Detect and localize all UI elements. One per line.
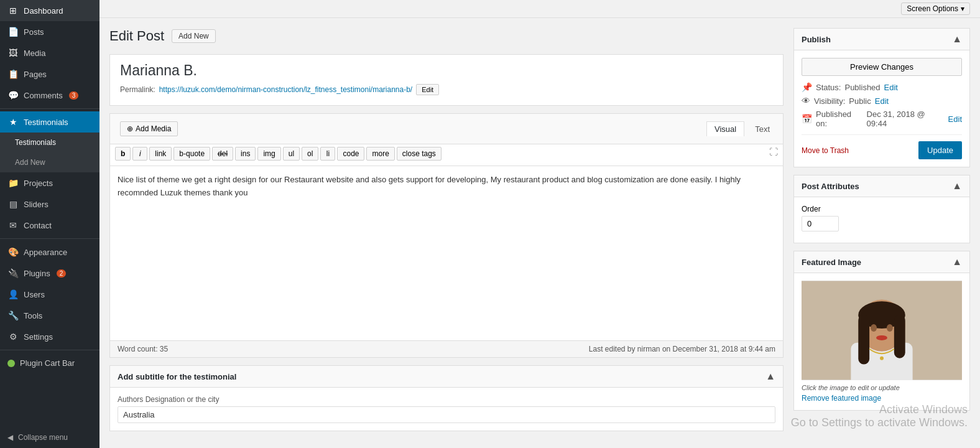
order-input[interactable]: [802, 216, 839, 231]
formatting-toolbar: b i link b-quote del ins img ul ol li co…: [110, 144, 783, 166]
sidebar-sub-item-testimonials[interactable]: Testimonials: [0, 133, 99, 152]
sidebar: ⊞ Dashboard 📄 Posts 🖼 Media 📋 Pages 💬 Co…: [0, 0, 99, 448]
fmt-ul[interactable]: ul: [283, 147, 300, 161]
published-edit-link[interactable]: Edit: [948, 114, 962, 124]
contact-icon: ✉: [7, 220, 19, 230]
post-attributes-toggle-icon[interactable]: ▲: [952, 180, 962, 192]
status-label: Status:: [816, 83, 841, 92]
publish-actions: Move to Trash Update: [802, 134, 962, 159]
main-area: Screen Options ▾ Edit Post Add New Perma…: [99, 0, 980, 448]
screen-options-button[interactable]: Screen Options ▾: [901, 2, 970, 15]
post-title-input[interactable]: [120, 62, 773, 79]
fmt-li[interactable]: li: [320, 147, 335, 161]
featured-image-toggle-icon[interactable]: ▲: [952, 256, 962, 268]
last-edited: Last edited by nirman on December 31, 20…: [589, 345, 775, 353]
meta-field-label: Authors Designation or the city: [118, 395, 775, 404]
add-new-button[interactable]: Add New: [172, 29, 216, 43]
fmt-bquote[interactable]: b-quote: [173, 147, 210, 161]
topbar: Screen Options ▾: [99, 0, 980, 18]
expand-icon[interactable]: ⛶: [769, 147, 778, 161]
dashboard-icon: ⊞: [7, 6, 19, 16]
sidebar-item-tools[interactable]: 🔧 Tools: [0, 305, 99, 326]
tab-visual[interactable]: Visual: [706, 121, 744, 136]
featured-image-content: Click the image to edit or update Remove…: [794, 273, 969, 410]
fmt-del[interactable]: del: [212, 147, 233, 161]
sidebar-item-testimonials[interactable]: ★ Testimonials: [0, 111, 99, 133]
sub-add-new-label: Add New: [15, 158, 45, 167]
svg-point-10: [880, 357, 884, 360]
sidebar-item-projects[interactable]: 📁 Projects: [0, 172, 99, 194]
screen-options-chevron-icon: ▾: [961, 4, 964, 13]
publish-panel-toggle-icon[interactable]: ▲: [952, 34, 962, 45]
fmt-ol[interactable]: ol: [302, 147, 318, 161]
visibility-row: 👁 Visibility: Public Edit: [802, 96, 962, 106]
comments-badge: 3: [69, 91, 79, 100]
permalink-edit-button[interactable]: Edit: [416, 84, 439, 95]
published-on-row: 📅 Published on: Dec 31, 2018 @ 09:44 Edi…: [802, 110, 962, 128]
sidebar-item-label: Contact: [24, 221, 52, 230]
svg-point-7: [871, 324, 877, 332]
post-title-box: Permalink: https://luzuk.com/demo/nirman…: [109, 54, 784, 106]
visibility-edit-link[interactable]: Edit: [875, 96, 889, 106]
sidebar-item-sliders[interactable]: ▤ Sliders: [0, 194, 99, 215]
meta-box-content: Authors Designation or the city: [110, 388, 783, 431]
meta-box-header[interactable]: Add subtitle for the testimonial ▲: [110, 366, 783, 388]
status-edit-link[interactable]: Edit: [884, 83, 898, 92]
sidebar-item-posts[interactable]: 📄 Posts: [0, 21, 99, 42]
sidebar-item-appearance[interactable]: 🎨 Appearance: [0, 241, 99, 263]
tab-text[interactable]: Text: [747, 121, 778, 136]
testimonials-icon: ★: [7, 117, 19, 127]
sidebar-item-dashboard[interactable]: ⊞ Dashboard: [0, 0, 99, 21]
visibility-label: Visibility:: [814, 96, 845, 106]
fmt-ins[interactable]: ins: [235, 147, 256, 161]
fmt-italic[interactable]: i: [132, 147, 147, 161]
sidebar-item-users[interactable]: 👤 Users: [0, 284, 99, 305]
remove-featured-image-link[interactable]: Remove featured image: [802, 394, 962, 403]
post-attributes-title: Post Attributes: [802, 182, 859, 191]
sub-testimonials-label: Testimonials: [15, 138, 56, 147]
subtitle-meta-box: Add subtitle for the testimonial ▲ Autho…: [109, 365, 784, 431]
sidebar-item-settings[interactable]: ⚙ Settings: [0, 326, 99, 347]
move-to-trash-link[interactable]: Move to Trash: [802, 146, 849, 155]
preview-changes-button[interactable]: Preview Changes: [802, 58, 962, 76]
featured-image-thumbnail[interactable]: [802, 281, 962, 380]
collapse-menu[interactable]: ◀ Collapse menu: [0, 427, 99, 448]
fmt-bold[interactable]: b: [115, 147, 131, 161]
fmt-link[interactable]: link: [149, 147, 172, 161]
sidebar-item-label: Posts: [24, 27, 44, 37]
sidebar-item-plugins[interactable]: 🔌 Plugins 2: [0, 263, 99, 284]
publish-panel-content: Preview Changes 📌 Status: Published Edit…: [794, 50, 969, 167]
sidebar-item-pages[interactable]: 📋 Pages: [0, 63, 99, 85]
status-row: 📌 Status: Published Edit: [802, 82, 962, 92]
sidebar-item-comments[interactable]: 💬 Comments 3: [0, 85, 99, 106]
fmt-more[interactable]: more: [366, 147, 394, 161]
update-button[interactable]: Update: [918, 141, 962, 159]
editor-footer: Word count: 35 Last edited by nirman on …: [110, 340, 783, 357]
featured-image-caption: Click the image to edit or update: [802, 384, 962, 391]
pages-icon: 📋: [7, 69, 19, 79]
collapse-label: Collapse menu: [18, 433, 68, 442]
sidebar-item-label: Users: [24, 290, 45, 299]
sidebar-item-label: Pages: [24, 70, 47, 79]
plugin-cart-bar[interactable]: Plugin Cart Bar: [0, 353, 99, 373]
editor-content[interactable]: Nice list of theme we get a right design…: [110, 166, 783, 340]
sidebar-item-contact[interactable]: ✉ Contact: [0, 215, 99, 236]
published-label: Published on:: [816, 110, 863, 128]
permalink-link[interactable]: https://luzuk.com/demo/nirman-constructi…: [159, 85, 413, 94]
fmt-close-tags[interactable]: close tags: [397, 147, 441, 161]
fmt-img[interactable]: img: [257, 147, 280, 161]
meta-box-toggle-icon: ▲: [765, 371, 775, 382]
plugins-badge: 2: [57, 269, 67, 278]
subtitle-input[interactable]: [118, 406, 775, 423]
add-media-button[interactable]: ⊕ Add Media: [120, 121, 178, 136]
sidebar-item-label: Tools: [24, 311, 42, 320]
editor-tabs: Visual Text: [706, 121, 778, 136]
status-value: Published: [844, 83, 880, 92]
sidebar-item-label: Comments: [24, 91, 63, 100]
sidebar-item-media[interactable]: 🖼 Media: [0, 42, 99, 63]
fmt-code[interactable]: code: [337, 147, 364, 161]
calendar-icon: 📅: [802, 114, 812, 124]
posts-icon: 📄: [7, 27, 19, 37]
featured-image-header: Featured Image ▲: [794, 251, 969, 273]
sidebar-sub-item-add-new[interactable]: Add New: [0, 152, 99, 172]
